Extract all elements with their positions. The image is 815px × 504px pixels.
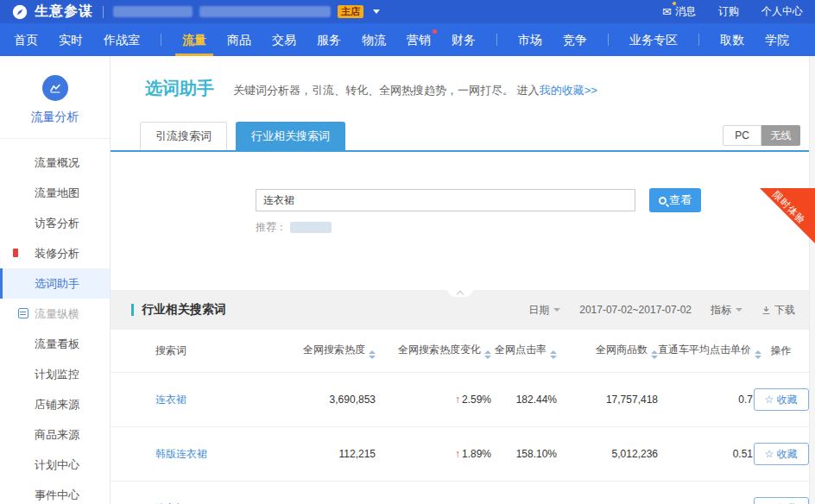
favorites-link[interactable]: 我的收藏>> [540,84,597,97]
collapse-handle[interactable] [447,289,473,297]
col-header-label: 操作 [771,344,792,356]
messages-menu[interactable]: ✉ 消息 [662,4,696,19]
sidebar-group-header: 流量分析 [0,56,110,139]
nav-item-9[interactable]: 财务 [452,23,476,56]
date-range: 2017-07-02~2017-07-02 [579,304,692,316]
date-dropdown-label: 日期 [528,303,549,318]
favorite-button[interactable]: ☆收藏 [754,497,809,504]
subscribe-menu[interactable]: 订购 [718,4,739,19]
section-accent-bar [131,304,134,316]
sort-icon[interactable] [651,350,658,359]
nav-item-1[interactable]: 实时 [59,23,83,56]
nav-item-10[interactable]: 市场 [518,23,542,56]
sort-icon[interactable] [369,350,376,359]
sidebar-item-label: 访客分析 [35,217,79,230]
keyword-link[interactable]: 韩版连衣裙 [155,448,207,460]
favorite-button[interactable]: ☆收藏 [754,443,809,465]
sidebar-item-label: 装修分析 [35,247,79,260]
download-button[interactable]: 下载 [761,303,795,318]
sidebar-item-0[interactable]: 流量概况 [0,148,110,178]
sidebar-item-label: 流量纵横 [35,307,79,320]
nav-item-0[interactable]: 首页 [14,23,38,56]
page-header: 选词助手 关键词分析器，引流、转化、全网热搜趋势，一网打尽。 进入我的收藏>> [145,77,809,100]
nav-item-4[interactable]: 商品 [227,23,251,56]
product-count-cell: 17,757,418 [557,394,658,406]
section-title-wrap: 行业相关搜索词 [131,302,226,318]
grid-icon [18,308,28,318]
sidebar-item-9[interactable]: 商品来源 [0,419,110,450]
personal-center-menu[interactable]: 个人中心 [761,4,803,19]
scrollbar-track[interactable] [809,56,815,504]
sidebar-item-6[interactable]: 流量看板 [0,329,110,359]
nav-item-6[interactable]: 服务 [317,23,341,56]
date-dropdown[interactable]: 日期 [528,303,560,318]
favorite-label: 收藏 [776,501,797,504]
nav-item-5[interactable]: 交易 [272,23,296,56]
col-header-4[interactable]: 全网商品数 [557,343,658,359]
recommend-row: 推荐： [256,220,809,235]
page-subtitle: 关键词分析器，引流、转化、全网热搜趋势，一网打尽。 进入 [233,84,540,97]
magnifier-icon [659,197,667,205]
star-icon: ☆ [765,394,774,406]
nav-item-13[interactable]: 取数 [720,23,744,56]
col-header-3[interactable]: 全网点击率 [491,343,557,359]
sidebar-item-11[interactable]: 事件中心 [0,480,110,504]
nav-item-14[interactable]: 学院 [765,23,789,56]
recommend-label: 推荐： [256,220,287,235]
col-header-1[interactable]: 全网搜索热度 [266,343,376,359]
col-header-5[interactable]: 直通车平均点击单价 [658,343,753,359]
main-content: 选词助手 关键词分析器，引流、转化、全网热搜趋势，一网打尽。 进入我的收藏>> … [111,56,809,504]
personal-center-label: 个人中心 [761,4,803,19]
sidebar-item-1[interactable]: 流量地图 [0,178,110,208]
col-header-2[interactable]: 全网搜索热度变化 [376,343,491,359]
sidebar-item-3[interactable]: 装修分析 [0,238,110,268]
main-nav: 首页实时作战室流量商品交易服务物流营销财务市场竞争业务专区取数学院 [0,23,815,56]
trend-up-icon: ↑ [455,394,460,406]
nav-item-2[interactable]: 作战室 [104,23,140,56]
sort-icon[interactable] [550,350,557,359]
action-cell: ☆收藏 [753,497,809,504]
promo-ribbon[interactable]: 限时体验 [760,188,815,243]
sort-up-arrow [550,350,557,354]
nav-item-3[interactable]: 流量 [182,23,206,56]
keyword-cell: 连衣裙 [111,393,266,407]
metric-dropdown[interactable]: 指标 [711,303,742,318]
search-button[interactable]: 查看 [649,188,701,212]
favorite-button[interactable]: ☆收藏 [754,388,809,411]
sidebar-item-label: 店铺来源 [35,398,79,411]
nav-item-7[interactable]: 物流 [362,23,386,56]
sidebar-item-5[interactable]: 流量纵横 [0,299,110,329]
click-rate-cell: 158.10% [491,448,557,460]
toggle-pc[interactable]: PC [723,125,761,146]
search-heat-cell: 3,690,853 [266,394,376,406]
shop-name-redacted [199,6,331,17]
download-icon [761,306,771,315]
tab-industry-keywords[interactable]: 行业相关搜索词 [236,122,345,150]
table-row: 连衣裙夏63,253↑5.77%168.49%11,978,9290.72☆收藏 [111,482,809,504]
page-title: 选词助手 [145,77,214,100]
topbar-divider [103,6,104,18]
keyword-link[interactable]: 连衣裙 [155,394,186,406]
toggle-wireless[interactable]: 无线 [761,125,800,146]
sidebar-menu: 流量概况流量地图访客分析装修分析选词助手流量纵横流量看板计划监控店铺来源商品来源… [0,139,110,504]
tab-referral-keywords[interactable]: 引流搜索词 [140,122,227,150]
sidebar-item-10[interactable]: 计划中心 [0,450,110,480]
sidebar-item-7[interactable]: 计划监控 [0,359,110,389]
sidebar-item-4[interactable]: 选词助手 [0,268,110,299]
nav-item-11[interactable]: 竞争 [563,23,587,56]
nav-item-12[interactable]: 业务专区 [629,23,678,56]
chevron-down-icon[interactable] [373,9,380,14]
topbar-right: ✉ 消息 订购 个人中心 [662,4,803,19]
section-controls: 日期 2017-07-02~2017-07-02 指标 下载 [528,303,795,318]
chevron-down-icon [736,308,742,312]
sort-icon[interactable] [484,350,491,359]
col-header-0: 搜索词 [111,343,266,358]
brand-name: 生意参谋 [35,3,93,21]
sidebar-item-8[interactable]: 店铺来源 [0,389,110,419]
sidebar-item-label: 计划监控 [35,368,79,381]
keyword-search-input[interactable] [256,189,635,211]
action-cell: ☆收藏 [753,388,809,411]
sidebar-item-2[interactable]: 访客分析 [0,208,110,238]
recommend-chip-redacted[interactable] [290,222,332,233]
nav-item-8[interactable]: 营销 [407,23,431,56]
